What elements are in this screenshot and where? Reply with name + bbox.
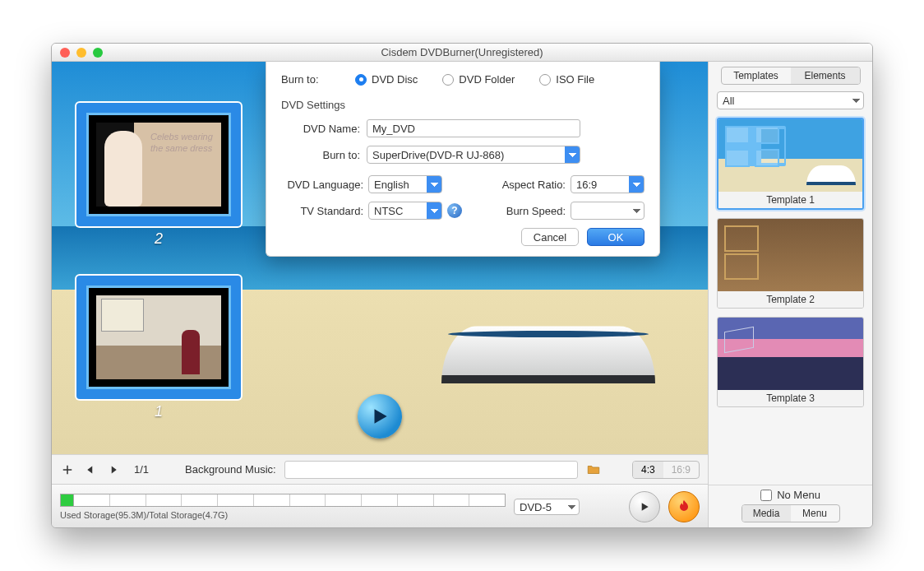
add-page-icon[interactable] — [60, 462, 75, 477]
side-panel: Templates Elements All Template 1Templat… — [708, 62, 872, 527]
burn-to-iso-file-radio[interactable]: ISO File — [539, 73, 594, 86]
dvd-name-label: DVD Name: — [293, 123, 360, 135]
tv-standard-select[interactable]: NTSC — [368, 202, 442, 220]
cancel-button[interactable]: Cancel — [521, 228, 579, 246]
no-menu-checkbox[interactable]: No Menu — [760, 489, 820, 501]
disc-type-select[interactable]: DVD-5 — [514, 499, 580, 515]
dvd-settings-heading: DVD Settings — [281, 99, 644, 111]
side-tabs: Templates Elements — [721, 67, 861, 85]
aspect-ratio-label: Aspect Ratio: — [502, 179, 566, 191]
video-slot-2[interactable]: 1 — [76, 276, 241, 399]
burn-button[interactable] — [668, 491, 700, 522]
tab-templates[interactable]: Templates — [722, 67, 791, 84]
burn-speed-label: Burn Speed: — [506, 205, 566, 217]
page-indicator: 1/1 — [129, 463, 154, 476]
preview-play-button[interactable] — [629, 491, 660, 522]
template-caption: Template 2 — [718, 291, 863, 308]
burn-speed-select[interactable] — [571, 202, 644, 220]
template-card-2[interactable]: Template 2 — [717, 218, 864, 309]
dvd-name-input[interactable] — [367, 119, 580, 137]
dvd-language-select[interactable]: English — [368, 175, 442, 193]
template-caption: Template 1 — [718, 192, 862, 208]
video-slot-1[interactable]: Celebs wearing the same dress 2 — [76, 103, 241, 226]
tab-elements[interactable]: Elements — [791, 67, 860, 84]
window-title: Cisdem DVDBurner(Unregistered) — [52, 46, 872, 58]
next-page-icon[interactable] — [106, 462, 121, 477]
minimize-window-button[interactable] — [76, 48, 86, 58]
burn-to-label: Burn to: — [281, 73, 330, 86]
aspect-ratio-select[interactable]: 16:9 — [571, 175, 644, 193]
title-bar: Cisdem DVDBurner(Unregistered) — [52, 44, 872, 62]
zoom-window-button[interactable] — [93, 48, 103, 58]
aspect-16-9[interactable]: 16:9 — [663, 462, 699, 478]
burn-drive-label: Burn to: — [293, 149, 360, 161]
storage-gauge — [60, 494, 506, 507]
preview-aspect-toggle[interactable]: 4:3 16:9 — [632, 461, 700, 479]
burn-drive-select[interactable]: SuperDrive(DVD-R UJ-868) — [367, 146, 580, 164]
video-slot-1-number: 2 — [76, 230, 241, 248]
burn-to-dvd-disc-radio[interactable]: DVD Disc — [355, 73, 418, 86]
menu-preview-stage: Celebs wearing the same dress 2 1 Burn t… — [52, 62, 708, 454]
tab-media[interactable]: Media — [742, 505, 791, 522]
bg-music-input[interactable] — [284, 461, 578, 479]
tab-menu[interactable]: Menu — [791, 505, 839, 522]
prev-page-icon[interactable] — [83, 462, 98, 477]
storage-text: Used Storage(95.3M)/Total Storage(4.7G) — [60, 510, 506, 520]
template-caption: Template 3 — [718, 390, 863, 406]
ok-button[interactable]: OK — [587, 228, 644, 246]
close-window-button[interactable] — [60, 48, 70, 58]
template-card-1[interactable]: Template 1 — [717, 118, 864, 210]
tv-standard-help-icon[interactable]: ? — [447, 203, 462, 218]
app-window: Cisdem DVDBurner(Unregistered) Celebs we… — [51, 43, 873, 528]
play-preview-button[interactable] — [358, 394, 402, 439]
bottom-tabs: Media Menu — [742, 504, 840, 522]
traffic-lights — [52, 48, 103, 58]
burn-to-dvd-folder-radio[interactable]: DVD Folder — [442, 73, 515, 86]
template-card-3[interactable]: Template 3 — [717, 317, 864, 407]
boat-graphic — [441, 293, 655, 383]
template-list: Template 1Template 2Template 3 — [709, 113, 872, 485]
stage-toolbar: 1/1 Background Music: 4:3 16:9 — [52, 454, 708, 484]
dvd-language-label: DVD Language: — [281, 179, 363, 191]
tv-standard-label: TV Standard: — [281, 205, 363, 217]
bg-music-label: Background Music: — [185, 463, 276, 476]
browse-music-folder-icon[interactable] — [586, 462, 601, 477]
burn-settings-sheet: Burn to: DVD Disc DVD Folder ISO File DV… — [266, 62, 660, 257]
storage-bar-area: Used Storage(95.3M)/Total Storage(4.7G) … — [52, 484, 708, 527]
template-filter-select[interactable]: All — [717, 91, 864, 109]
video-slot-2-number: 1 — [76, 403, 241, 420]
aspect-4-3[interactable]: 4:3 — [633, 462, 663, 478]
